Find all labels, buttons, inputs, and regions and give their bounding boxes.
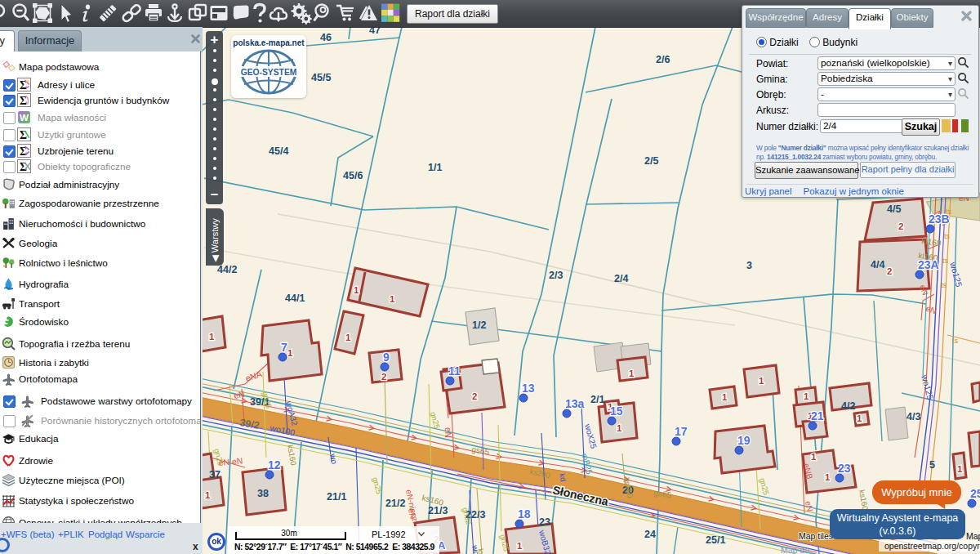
- svg-text:1: 1: [857, 413, 862, 423]
- svg-text:eN: eN: [443, 427, 452, 438]
- svg-text:1: 1: [209, 332, 215, 342]
- svg-text:11: 11: [448, 364, 461, 378]
- svg-text:1/2: 1/2: [472, 319, 486, 331]
- svg-text:ts: ts: [941, 281, 947, 289]
- svg-text:1: 1: [722, 392, 728, 402]
- svg-text:1: 1: [629, 369, 635, 378]
- svg-text:1: 1: [957, 464, 963, 474]
- svg-text:17: 17: [675, 425, 688, 438]
- svg-text:23A: 23A: [918, 258, 939, 271]
- svg-text:4/4: 4/4: [871, 259, 884, 270]
- svg-text:44/1: 44/1: [285, 293, 305, 304]
- svg-text:46: 46: [320, 32, 332, 43]
- svg-text:W: W: [20, 112, 29, 123]
- svg-text:GEO-SYSTEM: GEO-SYSTEM: [241, 68, 297, 77]
- svg-text:4/5: 4/5: [887, 203, 901, 215]
- svg-text:Map: Map: [966, 531, 980, 541]
- svg-text:kd: kd: [558, 472, 568, 482]
- svg-text:2/1: 2/1: [590, 394, 604, 405]
- svg-text:21: 21: [811, 409, 824, 422]
- svg-text:eN: eN: [233, 389, 245, 400]
- svg-text:1: 1: [811, 452, 817, 462]
- svg-text:1: 1: [354, 285, 359, 295]
- svg-text:Map da: Map da: [781, 545, 809, 554]
- svg-text:Map tiles: Map tiles: [799, 531, 833, 541]
- svg-text:1: 1: [804, 391, 809, 401]
- svg-text:18: 18: [518, 507, 531, 520]
- svg-text:13a: 13a: [565, 397, 585, 410]
- svg-text:23: 23: [838, 462, 851, 475]
- svg-text:1/1: 1/1: [428, 162, 442, 173]
- svg-text:2: 2: [381, 372, 386, 382]
- svg-text:2: 2: [887, 266, 892, 276]
- svg-text:37: 37: [209, 469, 220, 480]
- svg-text:1: 1: [205, 490, 211, 500]
- svg-text:2: 2: [472, 391, 477, 401]
- svg-text:ts: ts: [944, 232, 951, 240]
- svg-text:45/6: 45/6: [343, 170, 363, 181]
- svg-text:25: 25: [970, 487, 980, 500]
- svg-text:2/6: 2/6: [656, 54, 670, 65]
- svg-text:21/1: 21/1: [327, 491, 346, 503]
- svg-text:1: 1: [617, 423, 622, 433]
- svg-text:23B: 23B: [929, 212, 950, 226]
- svg-text:9: 9: [383, 351, 390, 364]
- svg-text:12: 12: [268, 458, 281, 471]
- svg-text:24: 24: [644, 529, 656, 540]
- svg-text:3: 3: [746, 260, 752, 271]
- svg-text:2/4: 2/4: [614, 273, 628, 284]
- svg-text:ts: ts: [952, 337, 959, 345]
- svg-text:21/3: 21/3: [428, 505, 448, 516]
- svg-text:38: 38: [257, 488, 269, 499]
- svg-text:1: 1: [759, 376, 764, 386]
- svg-text:1: 1: [825, 472, 831, 482]
- svg-text:Σ: Σ: [20, 161, 27, 173]
- svg-text:23: 23: [539, 516, 550, 528]
- svg-text:21/2: 21/2: [385, 498, 405, 509]
- svg-text:45/5: 45/5: [311, 72, 331, 83]
- svg-text:5: 5: [929, 459, 935, 471]
- svg-text:19: 19: [737, 434, 751, 447]
- svg-text:2/5: 2/5: [644, 155, 658, 167]
- svg-text:1: 1: [517, 541, 523, 551]
- svg-text:13: 13: [522, 382, 535, 395]
- svg-text:ts: ts: [942, 257, 949, 265]
- svg-text:2/3: 2/3: [549, 270, 563, 281]
- svg-text:1: 1: [345, 333, 351, 342]
- svg-text:25/1: 25/1: [706, 534, 725, 546]
- svg-text:4/3: 4/3: [906, 411, 920, 422]
- svg-text:2: 2: [898, 221, 903, 231]
- svg-text:Σ: Σ: [20, 129, 27, 141]
- svg-text:openstreetmap.org/copyright: openstreetmap.org/copyright: [884, 541, 980, 551]
- svg-text:4/2: 4/2: [841, 400, 855, 412]
- svg-text:45/4: 45/4: [269, 145, 288, 157]
- svg-text:7: 7: [281, 341, 287, 354]
- svg-text:1: 1: [390, 294, 395, 304]
- svg-text:15: 15: [610, 404, 623, 418]
- svg-text:1: 1: [287, 348, 293, 358]
